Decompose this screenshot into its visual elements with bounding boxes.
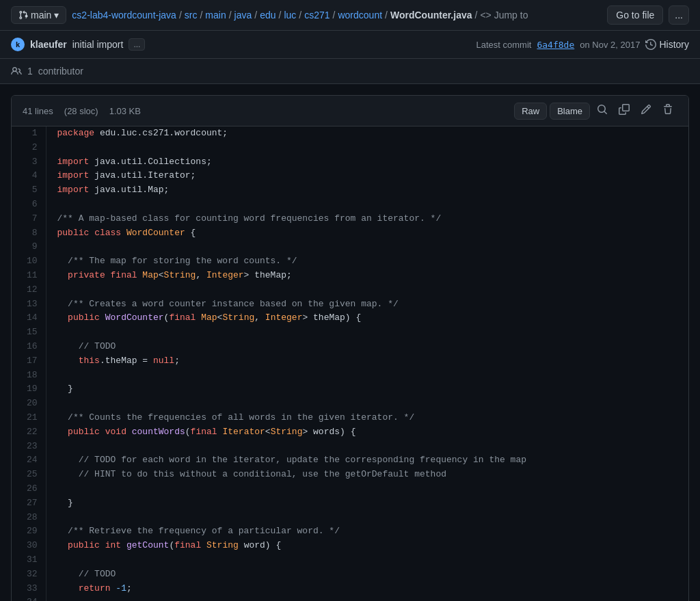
table-row: 33 return -1; <box>12 582 688 596</box>
commit-expand-button[interactable]: ... <box>129 38 145 51</box>
history-button[interactable]: History <box>645 39 689 50</box>
line-content <box>46 440 688 454</box>
file-sloc: (28 sloc) <box>64 106 98 116</box>
line-content: /** A map-based class for counting word … <box>46 212 688 226</box>
line-content <box>46 369 688 383</box>
line-content <box>46 553 688 567</box>
line-number: 8 <box>12 226 46 241</box>
line-content: import java.util.Map; <box>46 183 688 198</box>
raw-button[interactable]: Raw <box>514 103 547 120</box>
table-row: 12 <box>12 283 688 297</box>
breadcrumb-wordcount[interactable]: wordcount <box>338 10 382 21</box>
table-row: 34 <box>12 596 688 601</box>
line-content: import java.util.Iterator; <box>46 169 688 183</box>
line-number: 21 <box>12 411 46 425</box>
file-container: 41 lines (28 sloc) 1.03 KB Raw Blame 1pa… <box>11 95 689 601</box>
table-row: 7/** A map-based class for counting word… <box>12 212 688 226</box>
commit-hash-link[interactable]: 6a4f8de <box>537 40 574 50</box>
line-content: } <box>46 382 688 397</box>
line-content: package edu.luc.cs271.wordcount; <box>46 126 688 141</box>
blame-button[interactable]: Blame <box>550 103 590 120</box>
table-row: 8public class WordCounter { <box>12 226 688 241</box>
breadcrumb-current-file: WordCounter.java <box>390 10 472 21</box>
table-row: 23 <box>12 440 688 454</box>
breadcrumb-src[interactable]: src <box>185 10 198 21</box>
table-row: 22 public void countWords(final Iterator… <box>12 425 688 440</box>
line-number: 29 <box>12 524 46 539</box>
line-number: 17 <box>12 354 46 369</box>
table-row: 11 private final Map<String, Integer> th… <box>12 269 688 283</box>
copy-icon[interactable] <box>615 101 634 120</box>
line-number: 34 <box>12 596 46 601</box>
branch-name: main <box>31 10 51 21</box>
line-number: 31 <box>12 553 46 567</box>
table-row: 32 // TODO <box>12 567 688 582</box>
line-content: } <box>46 496 688 511</box>
breadcrumb-luc[interactable]: luc <box>284 10 296 21</box>
line-content: // TODO for each word in the iterator, u… <box>46 453 688 468</box>
breadcrumb-cs271[interactable]: cs271 <box>304 10 329 21</box>
line-content: // HINT to do this without a conditional… <box>46 468 688 482</box>
table-row: 6 <box>12 198 688 212</box>
table-row: 25 // HINT to do this without a conditio… <box>12 468 688 482</box>
code-table: 1package edu.luc.cs271.wordcount;2 3impo… <box>12 126 688 601</box>
line-content: private final Map<String, Integer> theMa… <box>46 269 688 283</box>
person-icon <box>11 66 22 77</box>
jump-to-label[interactable]: <> Jump to <box>480 10 528 21</box>
line-number: 3 <box>12 155 46 170</box>
nav-actions: Go to file ... <box>607 5 689 25</box>
contributor-count: 1 <box>27 66 33 77</box>
line-number: 2 <box>12 141 46 155</box>
table-row: 16 // TODO <box>12 340 688 354</box>
commit-meta: Latest commit 6a4f8de on Nov 2, 2017 His… <box>476 39 689 50</box>
history-label: History <box>659 39 689 50</box>
go-to-file-button[interactable]: Go to file <box>607 5 663 25</box>
line-number: 11 <box>12 269 46 283</box>
breadcrumb-main[interactable]: main <box>205 10 226 21</box>
line-content: /** Creates a word counter instance base… <box>46 297 688 312</box>
breadcrumb-edu[interactable]: edu <box>260 10 275 21</box>
line-number: 15 <box>12 325 46 340</box>
breadcrumb-java[interactable]: java <box>234 10 252 21</box>
table-row: 29 /** Retrieve the frequency of a parti… <box>12 524 688 539</box>
table-row: 4import java.util.Iterator; <box>12 169 688 183</box>
commit-username[interactable]: klaeufer <box>30 39 67 50</box>
line-content <box>46 283 688 297</box>
line-content: public class WordCounter { <box>46 226 688 241</box>
edit-icon[interactable] <box>636 101 656 120</box>
commit-bar: k klaeufer initial import ... Latest com… <box>0 31 700 59</box>
contributor-label: contributor <box>38 66 83 77</box>
line-content <box>46 482 688 496</box>
line-content <box>46 511 688 525</box>
table-row: 10 /** The map for storing the word coun… <box>12 254 688 269</box>
table-row: 3import java.util.Collections; <box>12 155 688 170</box>
table-row: 27 } <box>12 496 688 511</box>
table-row: 26 <box>12 482 688 496</box>
line-content <box>46 141 688 155</box>
table-row: 1package edu.luc.cs271.wordcount; <box>12 126 688 141</box>
line-content <box>46 240 688 254</box>
branch-selector[interactable]: main ▾ <box>11 6 66 24</box>
line-number: 6 <box>12 198 46 212</box>
contributors-bar: 1 contributor <box>0 59 700 84</box>
file-size: 1.03 KB <box>109 106 141 116</box>
line-number: 20 <box>12 397 46 411</box>
latest-commit-label: Latest commit <box>476 40 532 50</box>
top-nav: main ▾ cs2-lab4-wordcount-java / src / m… <box>0 0 700 31</box>
delete-icon[interactable] <box>658 101 677 120</box>
line-content: public int getCount(final String word) { <box>46 539 688 553</box>
line-content: /** Counts the frequencies of all words … <box>46 411 688 425</box>
more-options-button[interactable]: ... <box>669 5 689 25</box>
branch-chevron-icon: ▾ <box>54 10 59 21</box>
line-content <box>46 325 688 340</box>
line-number: 30 <box>12 539 46 553</box>
line-content: public WordCounter(final Map<String, Int… <box>46 311 688 325</box>
avatar: k <box>11 38 25 51</box>
desktop-icon[interactable] <box>593 101 612 120</box>
table-row: 19 } <box>12 382 688 397</box>
table-row: 9 <box>12 240 688 254</box>
breadcrumb-repo[interactable]: cs2-lab4-wordcount-java <box>72 10 176 21</box>
line-content: /** Retrieve the frequency of a particul… <box>46 524 688 539</box>
table-row: 31 <box>12 553 688 567</box>
file-header: 41 lines (28 sloc) 1.03 KB Raw Blame <box>12 96 688 126</box>
